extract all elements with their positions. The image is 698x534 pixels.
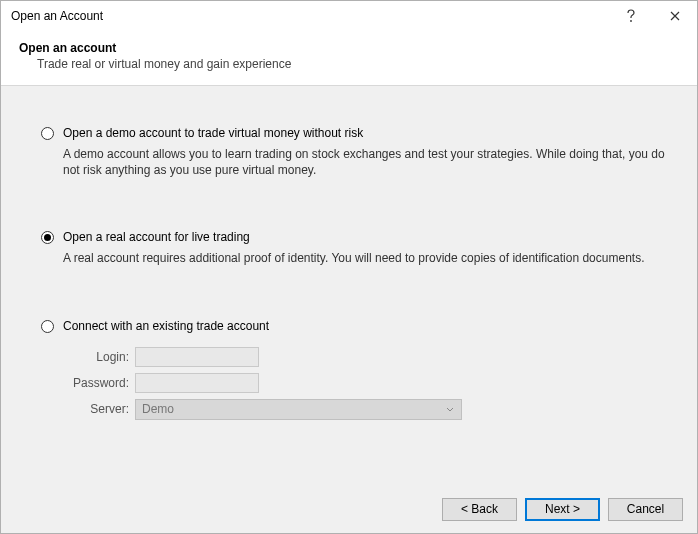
header-subtitle: Trade real or virtual money and gain exp… (19, 57, 679, 71)
header-title: Open an account (19, 41, 679, 55)
help-button[interactable] (609, 1, 653, 31)
option-demo-desc: A demo account allows you to learn tradi… (63, 146, 675, 178)
option-demo[interactable]: Open a demo account to trade virtual mon… (41, 126, 675, 178)
back-button[interactable]: < Back (442, 498, 517, 521)
dialog-window: Open an Account Open an account Trade re… (0, 0, 698, 534)
server-value: Demo (142, 402, 174, 416)
next-button[interactable]: Next > (525, 498, 600, 521)
password-label: Password: (63, 376, 135, 390)
login-label: Login: (63, 350, 135, 364)
help-icon (626, 9, 636, 23)
server-select[interactable]: Demo (135, 399, 462, 420)
close-icon (670, 11, 680, 21)
titlebar: Open an Account (1, 1, 697, 31)
close-button[interactable] (653, 1, 697, 31)
header: Open an account Trade real or virtual mo… (1, 31, 697, 86)
password-input[interactable] (135, 373, 259, 393)
login-input[interactable] (135, 347, 259, 367)
window-title: Open an Account (11, 9, 609, 23)
option-connect[interactable]: Connect with an existing trade account L… (41, 319, 675, 426)
radio-connect[interactable] (41, 320, 54, 333)
option-connect-title: Connect with an existing trade account (63, 319, 675, 333)
server-label: Server: (63, 402, 135, 416)
option-real[interactable]: Open a real account for live trading A r… (41, 230, 675, 266)
footer: < Back Next > Cancel (1, 485, 697, 533)
radio-real[interactable] (41, 231, 54, 244)
svg-point-0 (630, 20, 632, 22)
chevron-down-icon (445, 405, 455, 415)
connect-form: Login: Password: Server: Demo (63, 347, 675, 420)
radio-demo[interactable] (41, 127, 54, 140)
option-real-desc: A real account requires additional proof… (63, 250, 675, 266)
cancel-button[interactable]: Cancel (608, 498, 683, 521)
option-real-title: Open a real account for live trading (63, 230, 675, 244)
body: Open a demo account to trade virtual mon… (1, 86, 697, 485)
option-demo-title: Open a demo account to trade virtual mon… (63, 126, 675, 140)
